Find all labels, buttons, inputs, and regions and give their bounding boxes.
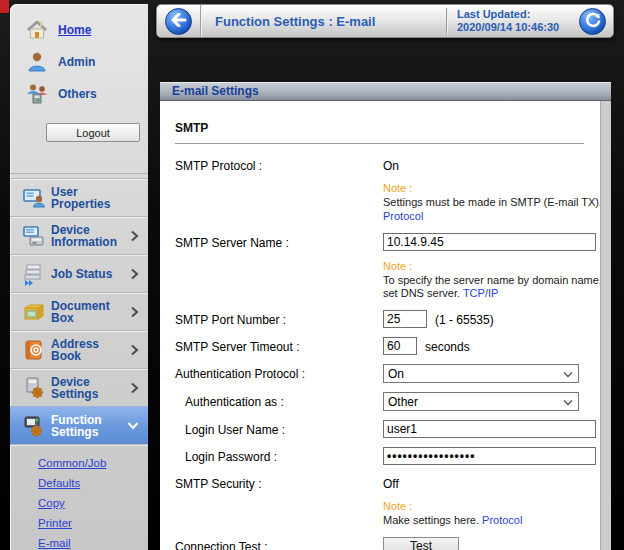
- field-smtp-server-name: SMTP Server Name :: [175, 233, 600, 251]
- user-properties-icon: [21, 185, 47, 211]
- auth-protocol-select[interactable]: On: [383, 364, 579, 383]
- top-bar: Function Settings : E-mail Last Updated:…: [156, 4, 614, 38]
- smtp-timeout-unit: seconds: [425, 337, 470, 354]
- sidebar-item-address-book-label: Address Book: [51, 338, 127, 362]
- field-auth-protocol: Authentication Protocol : On: [175, 364, 600, 383]
- tcpip-link[interactable]: TCP/IP: [463, 287, 498, 299]
- field-login-user: Login User Name :: [175, 420, 600, 438]
- panel-title: E-mail Settings: [160, 82, 611, 101]
- sidebar: Home Admin Others Logout User Properties: [10, 4, 148, 550]
- email-settings-panel: E-mail Settings SMTP SMTP Protocol : On …: [160, 82, 611, 550]
- section-title-smtp: SMTP: [175, 121, 600, 135]
- chevron-right-icon: [127, 230, 139, 242]
- document-box-icon: [21, 299, 47, 325]
- sidebar-item-admin[interactable]: Admin: [10, 46, 148, 78]
- protocol-link-2[interactable]: Protocol: [482, 514, 522, 526]
- sidebar-item-job-status[interactable]: Job Status: [10, 254, 148, 292]
- field-smtp-port: SMTP Port Number : (1 - 65535): [175, 310, 600, 328]
- submenu-item-printer[interactable]: Printer: [38, 513, 148, 533]
- auth-as-select[interactable]: Other: [383, 392, 579, 411]
- sidebar-item-user-properties-label: User Properties: [51, 186, 127, 210]
- last-updated-label: Last Updated:: [457, 8, 579, 21]
- chevron-right-icon: [127, 268, 139, 280]
- sidebar-item-admin-label: Admin: [58, 55, 95, 69]
- login-user-name-input[interactable]: [383, 420, 596, 438]
- sidebar-item-device-settings-label: Device Settings: [51, 376, 127, 400]
- refresh-icon: [585, 12, 601, 31]
- field-login-password: Login Password :: [175, 447, 600, 465]
- topbar-divider: [446, 8, 447, 34]
- note-smtp-protocol: Note : Settings must be made in SMTP (E-…: [383, 182, 600, 223]
- back-button[interactable]: [165, 8, 192, 35]
- smtp-security-value: Off: [383, 474, 399, 491]
- refresh-button[interactable]: [579, 8, 606, 35]
- chevron-down-icon: [563, 367, 573, 381]
- last-updated: Last Updated: 2020/09/14 10:46:30: [457, 8, 579, 34]
- back-button-cell: [157, 5, 201, 37]
- sidebar-item-home-label[interactable]: Home: [58, 23, 91, 37]
- sidebar-item-others-label: Others: [58, 87, 97, 101]
- others-users-icon: [24, 81, 50, 107]
- protocol-link[interactable]: Protocol: [383, 210, 600, 223]
- sidebar-item-others[interactable]: Others: [10, 78, 148, 110]
- sidebar-item-home[interactable]: Home: [10, 14, 148, 46]
- smtp-form: SMTP SMTP Protocol : On Note : Settings …: [160, 101, 600, 550]
- field-auth-as: Authentication as : Other: [175, 392, 600, 411]
- sidebar-menu: User Properties Device Information Job S…: [10, 178, 148, 550]
- device-information-icon: [21, 223, 47, 249]
- smtp-server-name-input[interactable]: [383, 233, 596, 251]
- field-smtp-security: SMTP Security : Off: [175, 474, 600, 491]
- smtp-timeout-input[interactable]: [383, 337, 417, 355]
- job-status-icon: [21, 261, 47, 287]
- submenu-item-copy[interactable]: Copy: [38, 493, 148, 513]
- address-book-icon: [21, 337, 47, 363]
- last-updated-value: 2020/09/14 10:46:30: [457, 21, 579, 34]
- chevron-right-icon: [127, 344, 139, 356]
- field-smtp-protocol: SMTP Protocol : On: [175, 156, 600, 173]
- submenu-item-common-job-defaults[interactable]: Common/Job Defaults: [38, 453, 148, 493]
- account-section: Home Admin Others Logout: [10, 4, 148, 174]
- logout-button[interactable]: Logout: [46, 123, 140, 142]
- sidebar-item-document-box-label: Document Box: [51, 300, 127, 324]
- panel-right-edge: [600, 101, 611, 550]
- sidebar-item-job-status-label: Job Status: [51, 268, 127, 280]
- test-button[interactable]: Test: [383, 537, 459, 550]
- sidebar-item-function-settings-label: Function Settings: [51, 414, 127, 438]
- back-arrow-icon: [171, 13, 187, 30]
- sidebar-item-address-book[interactable]: Address Book: [10, 330, 148, 368]
- sidebar-item-function-settings[interactable]: Function Settings: [10, 406, 148, 444]
- admin-user-icon: [24, 49, 50, 75]
- smtp-protocol-value: On: [383, 156, 399, 173]
- submenu-item-email[interactable]: E-mail: [38, 533, 148, 550]
- note-smtp-security: Note : Make settings here. Protocol: [383, 500, 600, 527]
- field-connection-test: Connection Test : Test: [175, 537, 600, 550]
- chevron-right-icon: [127, 382, 139, 394]
- sidebar-item-document-box[interactable]: Document Box: [10, 292, 148, 330]
- brand-corner-accent: [0, 0, 9, 13]
- chevron-down-icon: [127, 421, 139, 430]
- sidebar-item-device-information-label: Device Information: [51, 224, 127, 248]
- page-title: Function Settings : E-mail: [215, 14, 446, 29]
- sidebar-item-user-properties[interactable]: User Properties: [10, 178, 148, 216]
- function-settings-icon: [21, 413, 47, 439]
- note-smtp-server-name: Note : To specify the server name by dom…: [383, 260, 600, 300]
- home-icon: [24, 17, 50, 43]
- device-settings-icon: [21, 375, 47, 401]
- smtp-port-range: (1 - 65535): [435, 310, 494, 327]
- field-smtp-timeout: SMTP Server Timeout : seconds: [175, 337, 600, 355]
- smtp-port-input[interactable]: [383, 310, 427, 328]
- sidebar-item-device-information[interactable]: Device Information: [10, 216, 148, 254]
- section-divider: [175, 143, 584, 144]
- panel-body: SMTP SMTP Protocol : On Note : Settings …: [160, 101, 611, 550]
- sidebar-item-device-settings[interactable]: Device Settings: [10, 368, 148, 406]
- function-settings-submenu: Common/Job Defaults Copy Printer E-mail …: [10, 444, 148, 550]
- login-password-input[interactable]: [383, 447, 596, 465]
- chevron-right-icon: [127, 306, 139, 318]
- chevron-down-icon: [563, 395, 573, 409]
